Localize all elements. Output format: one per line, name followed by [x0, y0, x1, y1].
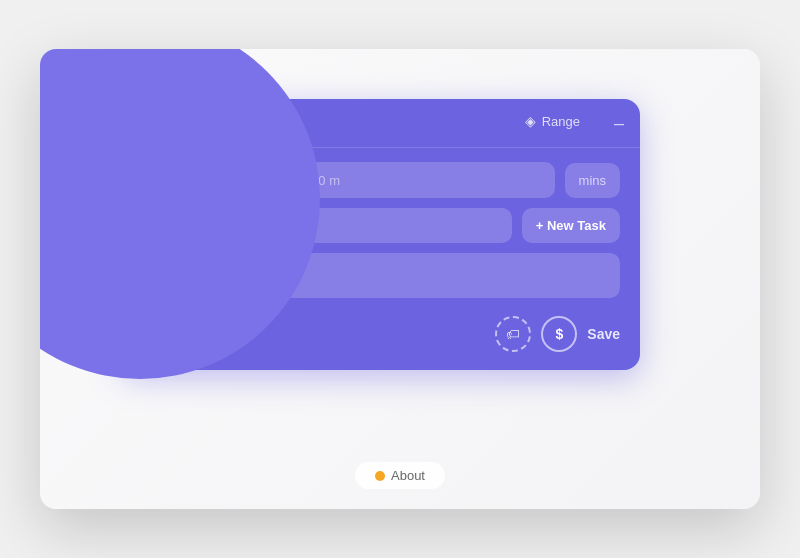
task-row: ☑ Select task... + New Task	[140, 208, 620, 243]
about-tab[interactable]: About	[355, 462, 445, 489]
panel-body: ⏱ Enter time e.g. 3 hours 20 m mins ☑ Se…	[120, 148, 640, 312]
tab-timer[interactable]: ▶ Timer	[140, 113, 215, 137]
time-input-field[interactable]: ⏱ Enter time e.g. 3 hours 20 m	[140, 162, 555, 198]
save-button[interactable]: Save	[587, 326, 620, 342]
panel-header: ▶ Timer ✏ Manual ◈ Range –	[120, 99, 640, 148]
task-placeholder: Select task...	[174, 218, 248, 233]
panel-footer: When: now 🏷 $ Save	[120, 312, 640, 354]
mins-label: mins	[565, 163, 620, 198]
tab-manual[interactable]: ✏ Manual	[215, 113, 304, 137]
time-row: ⏱ Enter time e.g. 3 hours 20 m mins	[140, 162, 620, 198]
manual-tab-label: Manual	[244, 117, 292, 133]
timer-tab-label: Timer	[168, 117, 203, 133]
about-dot	[375, 471, 385, 481]
time-placeholder: Enter time e.g. 3 hours 20 m	[176, 173, 340, 188]
note-input-field[interactable]: ≡ Enter a note	[140, 253, 620, 298]
clock-icon: ⏱	[154, 172, 168, 188]
screen-wrapper: ▶ Timer ✏ Manual ◈ Range – ⏱ Enter	[40, 49, 760, 509]
edit-icon: ✏	[227, 118, 238, 133]
when-value[interactable]: now	[186, 330, 212, 345]
range-icon: ◈	[525, 113, 536, 129]
task-input-field[interactable]: ☑ Select task...	[140, 208, 512, 243]
timer-icon: ▶	[152, 118, 162, 133]
when-row: When: now	[140, 324, 216, 345]
about-label: About	[391, 468, 425, 483]
minimize-button[interactable]: –	[614, 114, 624, 132]
time-tracking-panel: ▶ Timer ✏ Manual ◈ Range – ⏱ Enter	[120, 99, 640, 370]
dollar-icon: $	[555, 326, 563, 342]
tag-button[interactable]: 🏷	[495, 316, 531, 352]
note-placeholder: Enter a note	[175, 267, 262, 284]
new-task-button[interactable]: + New Task	[522, 208, 620, 243]
minimize-icon: –	[614, 113, 624, 133]
range-area[interactable]: ◈ Range	[525, 113, 580, 129]
note-icon: ≡	[156, 267, 165, 284]
billing-button[interactable]: $	[541, 316, 577, 352]
when-label: When:	[144, 330, 182, 345]
tag-icon: 🏷	[506, 326, 520, 342]
action-icons-group: 🏷 $ Save	[495, 316, 620, 352]
checkbox-icon: ☑	[154, 218, 166, 233]
range-label: Range	[542, 114, 580, 129]
